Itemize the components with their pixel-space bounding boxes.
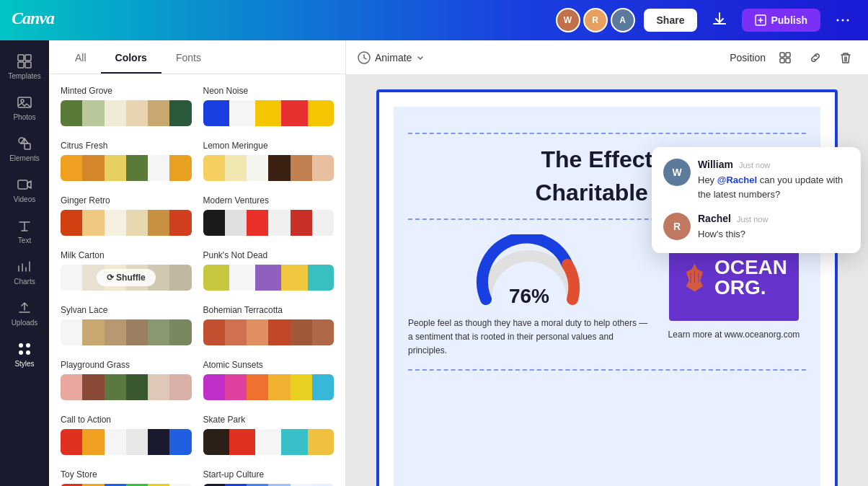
palette-name-atomic-sunsets: Atomic Sunsets <box>203 360 335 370</box>
swatch <box>229 265 255 291</box>
svg-point-10 <box>21 100 24 102</box>
palette-modern-ventures[interactable]: Modern Ventures <box>203 195 335 236</box>
palette-swatches-skate-park <box>203 429 335 455</box>
palette-toy-store[interactable]: Toy Store <box>61 469 192 486</box>
palette-name-sylvan-lace: Sylvan Lace <box>61 305 192 315</box>
palette-neon-noise[interactable]: Neon Noise <box>203 86 335 126</box>
palette-lemon-meringue[interactable]: Lemon Meringue <box>203 141 335 181</box>
design-left: 76% People feel as though they have a mo… <box>408 234 650 358</box>
swatch <box>126 429 148 455</box>
link-button[interactable] <box>805 47 826 69</box>
sidebar-item-photos[interactable]: Photos <box>0 87 49 128</box>
palette-name-ginger-retro: Ginger Retro <box>61 195 192 206</box>
sidebar-item-uploads[interactable]: Uploads <box>0 293 49 334</box>
svg-rect-5 <box>18 55 24 61</box>
palette-name-milk-carton: Milk Carton <box>61 250 192 260</box>
palette-name-citrus-fresh: Citrus Fresh <box>61 141 192 151</box>
tab-colors[interactable]: Colors <box>101 40 161 74</box>
palette-minted-grove[interactable]: Minted Grove <box>61 86 192 126</box>
sidebar-label-charts: Charts <box>14 278 35 286</box>
swatch <box>312 319 334 345</box>
svg-point-14 <box>19 343 23 348</box>
palette-atomic-sunsets[interactable]: Atomic Sunsets <box>203 360 335 400</box>
swatch <box>82 210 104 236</box>
shuffle-button[interactable]: ⟳ Shuffle <box>97 269 156 286</box>
palette-name-bohemian-terracotta: Bohemian Terracotta <box>203 305 335 315</box>
sidebar-label-styles: Styles <box>14 360 34 368</box>
more-button[interactable] <box>829 6 856 34</box>
swatch <box>82 319 104 345</box>
canvas-toolbar: Animate Position <box>346 40 868 75</box>
swatch <box>82 100 104 126</box>
palette-sylvan-lace[interactable]: Sylvan Lace <box>61 305 192 345</box>
sidebar-item-videos[interactable]: Videos <box>0 169 49 211</box>
design-right: OCEAN ORG. Learn more at www.oceanorg.co… <box>662 234 806 358</box>
swatch <box>281 265 307 291</box>
sidebar-label-videos: Videos <box>14 195 35 203</box>
avatar-group: W R A <box>556 8 635 32</box>
tab-fonts[interactable]: Fonts <box>161 40 216 74</box>
svg-point-4 <box>847 19 849 22</box>
swatch <box>203 319 225 345</box>
chat-text-william: Hey @Rachel can you update with the late… <box>698 173 849 201</box>
tab-all[interactable]: All <box>61 40 101 74</box>
chat-time-william: Just now <box>739 161 770 169</box>
palette-call-to-action[interactable]: Call to Action <box>61 415 192 455</box>
chat-avatar-william: W <box>663 159 691 186</box>
swatch <box>247 374 268 400</box>
palette-ginger-retro[interactable]: Ginger Retro <box>61 195 192 236</box>
sidebar-item-templates[interactable]: Templates <box>0 46 49 87</box>
swatch <box>148 100 169 126</box>
avatar-2: R <box>583 8 608 32</box>
svg-rect-21 <box>780 58 784 63</box>
svg-point-15 <box>26 343 30 348</box>
dotted-line-bottom <box>408 369 806 371</box>
share-button[interactable]: Share <box>644 9 698 32</box>
swatch <box>169 155 191 181</box>
chat-message-rachel: R Rachel Just now How's this? <box>663 213 849 242</box>
publish-button[interactable]: Publish <box>742 9 820 32</box>
gauge-container: 76% <box>408 234 650 308</box>
swatch <box>61 265 82 291</box>
design-body-text: People feel as though they have a moral … <box>408 317 650 358</box>
sidebar-item-charts[interactable]: Charts <box>0 252 49 293</box>
download-button[interactable] <box>706 5 733 36</box>
chat-body-william: William Just now Hey @Rachel can you upd… <box>698 159 849 201</box>
animate-button[interactable]: Animate <box>358 51 425 64</box>
sidebar-item-styles[interactable]: Styles <box>0 334 49 375</box>
swatch <box>169 319 191 345</box>
position-button[interactable]: Position <box>730 52 766 63</box>
swatch <box>105 210 126 236</box>
swatch <box>61 100 82 126</box>
color-panel: All Colors Fonts Minted GroveNeon NoiseC… <box>49 40 346 486</box>
svg-rect-19 <box>780 53 784 57</box>
palette-swatches-modern-ventures <box>203 210 335 236</box>
palette-startup-culture[interactable]: Start-up Culture <box>203 469 335 486</box>
swatch <box>255 429 281 455</box>
grid-button[interactable] <box>774 47 796 69</box>
swatch <box>169 265 191 291</box>
ocean-text: OCEAN ORG. <box>714 257 787 298</box>
delete-button[interactable] <box>835 47 856 69</box>
chat-body-rachel: Rachel Just now How's this? <box>698 213 849 242</box>
chat-text-rachel: How's this? <box>698 227 849 242</box>
palette-skate-park[interactable]: Skate Park <box>203 415 335 455</box>
swatch <box>312 155 334 181</box>
swatch <box>61 155 82 181</box>
chat-mention: @Rachel <box>717 174 757 185</box>
sidebar-item-text[interactable]: Text <box>0 211 49 252</box>
palette-name-punks-not-dead: Punk's Not Dead <box>203 250 335 260</box>
palette-punks-not-dead[interactable]: Punk's Not Dead <box>203 250 335 291</box>
swatch <box>105 155 126 181</box>
palette-milk-carton[interactable]: Milk Carton⟳ Shuffle <box>61 250 192 291</box>
swatch <box>268 210 290 236</box>
swatch <box>308 429 334 455</box>
swatch <box>126 210 148 236</box>
palette-bohemian-terracotta[interactable]: Bohemian Terracotta <box>203 305 335 345</box>
palette-playground-grass[interactable]: Playground Grass <box>61 360 192 400</box>
sidebar-item-elements[interactable]: Elements <box>0 128 49 169</box>
sidebar-label-templates: Templates <box>8 72 41 80</box>
swatch <box>225 374 247 400</box>
swatch <box>126 155 148 181</box>
palette-citrus-fresh[interactable]: Citrus Fresh <box>61 141 192 181</box>
